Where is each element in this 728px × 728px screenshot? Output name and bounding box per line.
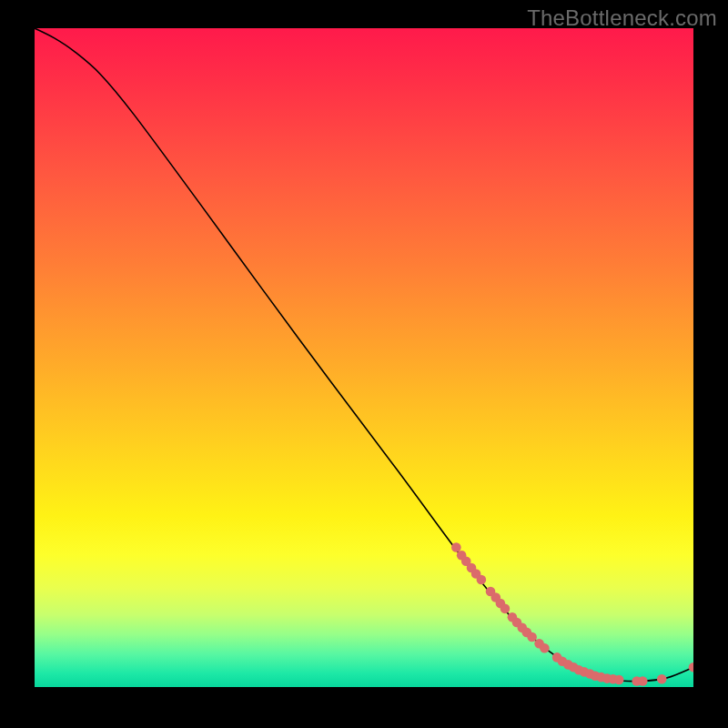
highlight-dots-group	[451, 542, 693, 686]
highlight-dot	[451, 542, 461, 552]
highlight-dot	[540, 643, 550, 653]
attribution-text: TheBottleneck.com	[527, 5, 717, 31]
highlight-dot	[500, 604, 511, 614]
highlight-dot	[638, 676, 648, 686]
highlight-dot	[689, 662, 693, 672]
highlight-dot	[614, 675, 624, 685]
bottleneck-curve	[35, 28, 693, 682]
plot-area	[35, 28, 693, 687]
chart-overlay-svg	[35, 28, 693, 687]
highlight-dot	[477, 575, 487, 585]
highlight-dot	[527, 632, 537, 642]
highlight-dot	[657, 674, 667, 684]
chart-stage: TheBottleneck.com	[0, 0, 728, 728]
